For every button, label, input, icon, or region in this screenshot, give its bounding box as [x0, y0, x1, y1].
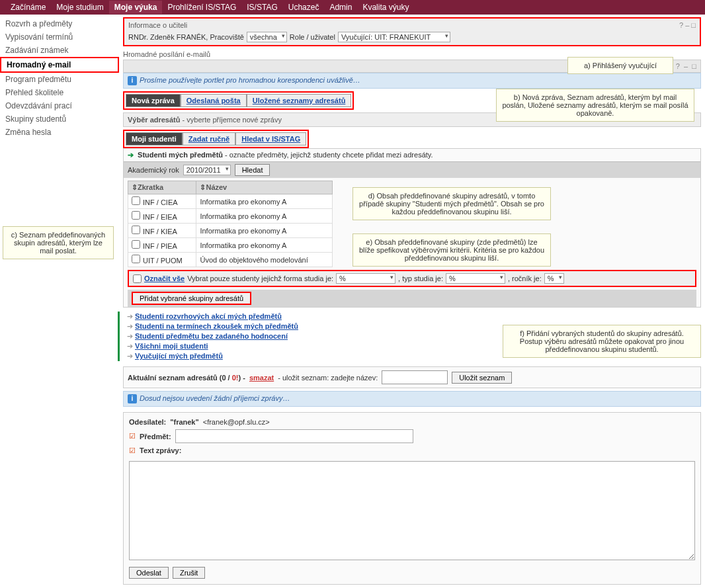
- role-select[interactable]: Vyučující: UIT: FRANEKUIT: [338, 32, 450, 42]
- table-row: INF / KIEAInformatika pro ekonomy A: [128, 224, 333, 238]
- main-content: Informace o učiteli ? – □ RNDr. Zdeněk F…: [119, 15, 705, 587]
- rocnik-select[interactable]: %: [544, 273, 564, 284]
- sidebar: Rozvrh a předměty Vypisování termínů Zad…: [0, 15, 119, 587]
- group-link[interactable]: Studenti rozvrhových akcí mých předmětů: [135, 312, 282, 320]
- arrow-icon: ➔: [127, 332, 133, 340]
- subjects-table-wrap: ⇕Zkratka ⇕Název INF / CIEAInformatika pr…: [128, 181, 696, 267]
- no-recipients-info: iDosud nejsou uvedení žádní příjemci zpr…: [123, 391, 701, 407]
- row-checkbox[interactable]: [132, 196, 140, 205]
- body-textarea[interactable]: [129, 461, 695, 560]
- info-banner: iProsíme používejte portlet pro hromadno…: [123, 73, 701, 89]
- win-controls-2[interactable]: ? – □: [676, 62, 696, 70]
- select-all-link[interactable]: Označit vše: [144, 274, 185, 282]
- send-button[interactable]: Odeslat: [129, 567, 169, 579]
- side-znamky[interactable]: Zadávání známek: [0, 44, 119, 57]
- row-checkbox[interactable]: [132, 226, 140, 234]
- cancel-button[interactable]: Zrušit: [173, 567, 206, 579]
- callout-d: d) Obsah předdefinované skupiny adresátů…: [352, 187, 551, 220]
- arrow-icon: ➔: [127, 342, 133, 350]
- side-heslo[interactable]: Změna hesla: [0, 126, 119, 139]
- compose-block: Odesílatel: "franek" <franek@opf.slu.cz>…: [123, 412, 701, 585]
- callout-e: e) Obsah předdefinované skupiny (zde pře…: [352, 233, 551, 267]
- filter-row: Označit vše Vybrat pouze studenty jejich…: [128, 270, 696, 287]
- add-selected-button[interactable]: Přidat vybrané skupiny adresátů: [132, 292, 251, 305]
- teacher-name: RNDr. Zdeněk FRANĚK, Pracoviště: [128, 33, 244, 41]
- groups-list: ➔Studenti rozvrhových akcí mých předmětů…: [118, 312, 701, 361]
- nav-kvalita[interactable]: Kvalita výuky: [357, 1, 414, 14]
- tab-odeslana[interactable]: Odeslaná pošta: [181, 94, 247, 107]
- tabs-main: Nová zpráva Odeslaná pošta Uložené sezna…: [123, 91, 354, 110]
- row-checkbox[interactable]: [132, 240, 140, 249]
- th-zkratka[interactable]: ⇕Zkratka: [128, 181, 196, 194]
- arrow-icon: ➔: [128, 151, 134, 159]
- save-label: - uložit seznam: zadejte název:: [278, 374, 378, 382]
- add-row: Přidat vybrané skupiny adresátů: [128, 290, 696, 307]
- recipients-summary: Aktuální seznam adresátů (0 / 0!) - smaz…: [123, 366, 701, 388]
- list-name-input[interactable]: [382, 370, 448, 384]
- table-row: INF / PIEAInformatika pro ekonomy A: [128, 238, 333, 253]
- nav-prohlizeni[interactable]: Prohlížení IS/STAG: [162, 1, 241, 14]
- tab-hledat[interactable]: Hledat v IS/STAG: [235, 132, 306, 146]
- side-email[interactable]: Hromadný e-mail: [0, 57, 119, 73]
- teacher-info-portlet: Informace o učiteli ? – □ RNDr. Zdeněk F…: [123, 17, 701, 46]
- save-list-button[interactable]: Uložit seznam: [452, 372, 512, 384]
- group-link[interactable]: Všichni moji studenti: [135, 342, 208, 350]
- nav-admin[interactable]: Admin: [324, 1, 357, 14]
- students-block: ➔ Studenti mých předmětů - označte předm…: [123, 148, 701, 308]
- table-row: UIT / PUOMÚvod do objektového modelování: [128, 253, 333, 267]
- year-select[interactable]: 2010/2011: [183, 165, 231, 175]
- side-terminy[interactable]: Vypisování termínů: [0, 30, 119, 44]
- subject-label: Předmět:: [140, 433, 171, 441]
- delete-list-link[interactable]: smazat: [249, 374, 274, 382]
- forma-select[interactable]: %: [336, 273, 395, 284]
- table-row: INF / CIEAInformatika pro ekonomy A: [128, 194, 333, 209]
- side-program[interactable]: Program předmětu: [0, 73, 119, 86]
- table-row: INF / EIEAInformatika pro ekonomy A: [128, 209, 333, 224]
- from-email: <franek@opf.slu.cz>: [203, 418, 270, 426]
- th-nazev[interactable]: ⇕Název: [196, 181, 333, 194]
- typ-select[interactable]: %: [446, 273, 505, 284]
- side-skupiny[interactable]: Skupiny studentů: [0, 112, 119, 126]
- info-icon: i: [128, 394, 137, 403]
- from-label: Odesílatel:: [129, 418, 166, 426]
- nav-uchazec[interactable]: Uchazeč: [283, 1, 325, 14]
- filter-label3: , ročník je:: [508, 274, 542, 282]
- tab-zadat-rucne[interactable]: Zadat ručně: [183, 132, 235, 146]
- win-controls[interactable]: ? – □: [679, 21, 696, 29]
- group-link[interactable]: Vyučující mých předmětů: [135, 352, 223, 360]
- year-row: Akademický rok 2010/2011 Hledat: [124, 161, 700, 178]
- row-checkbox[interactable]: [132, 255, 140, 263]
- side-prehled[interactable]: Přehled školitele: [0, 86, 119, 99]
- row-checkbox[interactable]: [132, 211, 140, 220]
- subject-input[interactable]: [175, 429, 413, 443]
- search-button[interactable]: Hledat: [235, 164, 270, 176]
- group-link[interactable]: Studenti na termínech zkoušek mých předm…: [135, 322, 298, 330]
- required-icon: ☑: [129, 432, 136, 441]
- nav-zaciname[interactable]: Začínáme: [5, 1, 51, 14]
- tab-nova-zprava[interactable]: Nová zpráva: [126, 94, 181, 107]
- top-nav: Začínáme Moje studium Moje výuka Prohlíž…: [0, 0, 705, 15]
- tab-ulozene[interactable]: Uložené seznamy adresátů: [247, 94, 352, 107]
- workplace-select[interactable]: všechna: [247, 32, 287, 42]
- required-icon: ☑: [129, 446, 136, 455]
- nav-isstag[interactable]: IS/STAG: [241, 1, 282, 14]
- arrow-icon: ➔: [127, 312, 133, 320]
- tab-moji-studenti[interactable]: Moji studenti: [126, 132, 183, 146]
- year-label: Akademický rok: [128, 166, 179, 174]
- arrow-icon: ➔: [127, 352, 133, 360]
- side-rozvrh[interactable]: Rozvrh a předměty: [0, 17, 119, 30]
- body-label: Text zprávy:: [140, 446, 181, 454]
- callout-c: c) Seznam předdefinovaných skupin adresá…: [3, 226, 114, 259]
- select-all-checkbox[interactable]: [133, 274, 142, 283]
- filter-label2: , typ studia je:: [398, 274, 443, 282]
- nav-moje-studium[interactable]: Moje studium: [51, 1, 108, 14]
- group-link[interactable]: Studenti předmětu bez zadaného hodnocení: [135, 332, 288, 340]
- from-name: "franek": [170, 418, 198, 426]
- nav-moje-vyuka[interactable]: Moje výuka: [109, 1, 163, 14]
- tabs-recipients: Moji studenti Zadat ručně Hledat v IS/ST…: [123, 130, 309, 148]
- filter-label1: Vybrat pouze studenty jejichž forma stud…: [187, 274, 333, 282]
- callout-a: a) Přihlášený vyučující: [567, 57, 673, 74]
- info-icon: i: [128, 76, 137, 85]
- side-odevzdani[interactable]: Odevzdávání prací: [0, 99, 119, 112]
- callout-b: b) Nová zpráva, Seznam adresátů, kterým …: [496, 89, 694, 122]
